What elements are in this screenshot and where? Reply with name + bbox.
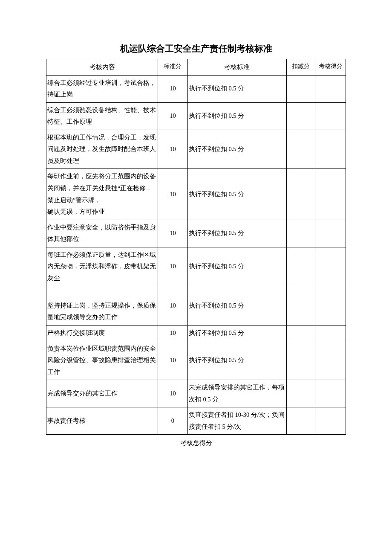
cell-standard: 执行不到位扣 0.5 分 (187, 75, 286, 102)
cell-standard: 负直接责任者扣 10-30 分/次；负间接责任者扣 5 分/次 (187, 407, 286, 435)
col-final: 考核得分 (315, 59, 346, 76)
cell-standard: 执行不到位扣 0.5 分 (187, 325, 286, 341)
cell-deduct (286, 75, 315, 102)
cell-deduct (286, 169, 315, 220)
col-standard: 考核标准 (187, 59, 286, 76)
cell-standard: 执行不到位扣 0.5 分 (187, 130, 286, 169)
table-row: 完成领导交办的其它工作10未完成领导安排的其它工作，每项次扣 0.5 分 (46, 380, 346, 407)
cell-final (315, 102, 346, 130)
cell-standard: 未完成领导安排的其它工作，每项次扣 0.5 分 (187, 380, 286, 407)
cell-final (315, 380, 346, 407)
table-row: 事故责任考核0负直接责任者扣 10-30 分/次；负间接责任者扣 5 分/次 (46, 407, 346, 435)
cell-standard-score: 10 (158, 169, 188, 220)
table-row: 综合工必须经过专业培训，考试合格，持证上岗10执行不到位扣 0.5 分 (46, 75, 346, 102)
cell-standard: 执行不到位扣 0.5 分 (187, 102, 286, 130)
cell-final (315, 130, 346, 169)
cell-deduct (286, 341, 315, 380)
cell-content: 综合工必须熟悉设备结构、性能、技术特征、工作原理 (46, 102, 158, 130)
cell-deduct (286, 247, 315, 286)
cell-content: 每班工作必须保证质量，达到工作区域内无杂物，无浮煤和浮砟，皮带机架无灰尘 (46, 247, 158, 286)
table-row: 每班工作必须保证质量，达到工作区域内无杂物，无浮煤和浮砟，皮带机架无灰尘10执行… (46, 247, 346, 286)
cell-final (315, 220, 346, 247)
cell-standard-score: 10 (158, 102, 188, 130)
cell-deduct (286, 286, 315, 325)
cell-standard-score: 10 (158, 130, 188, 169)
cell-deduct (286, 380, 315, 407)
footer-total: 考核总得分 (46, 435, 346, 451)
cell-content: 综合工必须经过专业培训，考试合格，持证上岗 (46, 75, 158, 102)
cell-content: 完成领导交办的其它工作 (46, 380, 158, 407)
table-row: 根据本班的工作情况，合理分工，发现问题及时处理，发生故障时配合本班人员及时处理1… (46, 130, 346, 169)
cell-standard: 执行不到位扣 0.5 分 (187, 286, 286, 325)
cell-deduct (286, 130, 315, 169)
cell-standard-score: 10 (158, 341, 188, 380)
col-standard-score: 标准分 (158, 59, 188, 76)
cell-standard: 执行不到位扣 0.5 分 (187, 220, 286, 247)
cell-content: 每班作业前，应先将分工范围内的设备关闭锁，并在开关处悬挂“正在检修，禁止启动”警… (46, 169, 158, 220)
table-row: 坚持持证上岗，坚持正规操作，保质保量地完成领导交办的工作10执行不到位扣 0.5… (46, 286, 346, 325)
table-row: 作业中要注意安全，以防挤伤手指及身体其他部位10执行不到位扣 0.5 分 (46, 220, 346, 247)
cell-final (315, 407, 346, 435)
cell-standard-score: 10 (158, 75, 188, 102)
cell-standard-score: 10 (158, 220, 188, 247)
assessment-table: 考核内容 标准分 考核标准 扣减分 考核得分 综合工必须经过专业培训，考试合格，… (46, 59, 346, 435)
cell-deduct (286, 102, 315, 130)
cell-standard-score: 10 (158, 286, 188, 325)
table-row: 综合工必须熟悉设备结构、性能、技术特征、工作原理10执行不到位扣 0.5 分 (46, 102, 346, 130)
col-deduct: 扣减分 (286, 59, 315, 76)
cell-content: 坚持持证上岗，坚持正规操作，保质保量地完成领导交办的工作 (46, 286, 158, 325)
cell-final (315, 341, 346, 380)
table-row: 每班作业前，应先将分工范围内的设备关闭锁，并在开关处悬挂“正在检修，禁止启动”警… (46, 169, 346, 220)
cell-content: 事故责任考核 (46, 407, 158, 435)
cell-standard-score: 10 (158, 325, 188, 341)
cell-deduct (286, 220, 315, 247)
cell-content: 作业中要注意安全，以防挤伤手指及身体其他部位 (46, 220, 158, 247)
table-header-row: 考核内容 标准分 考核标准 扣减分 考核得分 (46, 59, 346, 76)
cell-final (315, 169, 346, 220)
cell-deduct (286, 325, 315, 341)
cell-standard: 执行不到位扣 0.5 分 (187, 169, 286, 220)
cell-final (315, 286, 346, 325)
cell-final (315, 247, 346, 286)
cell-standard-score: 10 (158, 247, 188, 286)
cell-content: 负责本岗位作业区域职责范围内的安全风险分级管控、事故隐患排查治理相关工作 (46, 341, 158, 380)
col-content: 考核内容 (46, 59, 158, 76)
page-title: 机运队综合工安全生产责任制考核标准 (46, 43, 346, 55)
cell-final (315, 75, 346, 102)
cell-deduct (286, 407, 315, 435)
cell-standard-score: 10 (158, 380, 188, 407)
cell-content: 严格执行交接班制度 (46, 325, 158, 341)
table-row: 严格执行交接班制度10执行不到位扣 0.5 分 (46, 325, 346, 341)
cell-standard: 执行不到位扣 0.5 分 (187, 247, 286, 286)
cell-content: 根据本班的工作情况，合理分工，发现问题及时处理，发生故障时配合本班人员及时处理 (46, 130, 158, 169)
cell-final (315, 325, 346, 341)
cell-standard: 执行不到位扣 0.5 分 (187, 341, 286, 380)
table-row: 负责本岗位作业区域职责范围内的安全风险分级管控、事故隐患排查治理相关工作10执行… (46, 341, 346, 380)
cell-standard-score: 0 (158, 407, 188, 435)
